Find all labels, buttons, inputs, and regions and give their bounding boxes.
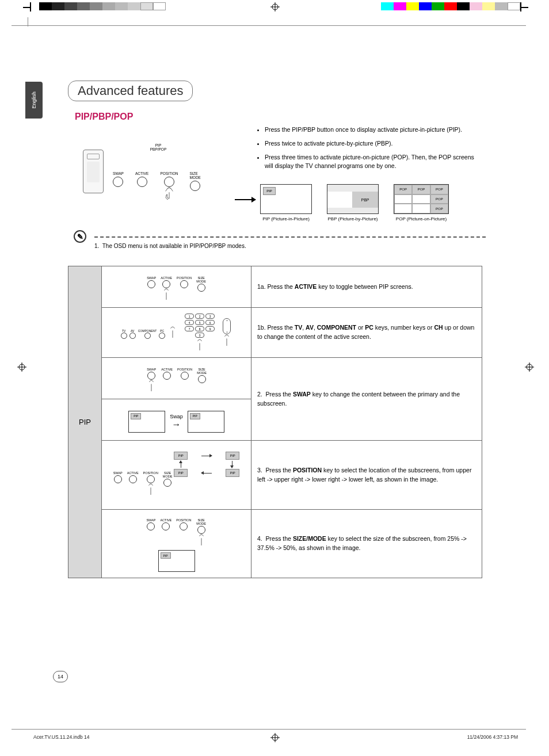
- pbp-mode-diagram: PBP PBP (Picture-by-Picture): [327, 184, 379, 222]
- registration-mark-icon: [525, 362, 534, 372]
- diagram-cell: SWAP ACTIVE POSITION SIZE MODE: [102, 358, 251, 399]
- step-4-text: 4. Press the SIZE/MODE key to select the…: [251, 510, 482, 578]
- arrow-icon: [235, 199, 256, 200]
- finger-press-icon: [161, 288, 171, 301]
- numpad-icon: 123 456 789: [185, 314, 215, 331]
- finger-press-icon: [146, 380, 157, 392]
- dashed-line: [94, 236, 486, 238]
- crop-line: [12, 25, 526, 26]
- pip-steps-table: PIP SWAP ACTIVE POSITION SIZE MODE 1a. P…: [68, 266, 482, 578]
- channel-rocker-icon: ⌃⌄: [223, 318, 231, 334]
- diagram-cell: SWAP ACTIVE POSITION SIZE MODE: [102, 266, 251, 308]
- sub-heading: PIP/PBP/POP: [75, 112, 482, 122]
- remote-diagram: PIP PBP/POP SWAP ACTIVE POSITION SIZE MO…: [68, 148, 241, 206]
- page-number: 14: [53, 671, 68, 682]
- pop-mode-diagram: POPPOPPOP POP POP POP (Picture-on-Pictur…: [394, 184, 449, 222]
- note-text: 1. The OSD menu is not available in PIP/…: [94, 243, 246, 249]
- table-row-header: PIP: [68, 266, 102, 578]
- finger-press-icon: [222, 334, 232, 347]
- diagram-cell: PIP Swap→ PIP: [102, 399, 251, 441]
- bullet-list: Press the PIP/PBP button once to display…: [265, 125, 482, 171]
- grayscale-strip: [39, 2, 166, 10]
- note-icon: ✎: [74, 230, 86, 243]
- finger-press-icon: [164, 187, 174, 200]
- crop-tick: [23, 7, 31, 8]
- remote-icon: [83, 150, 104, 193]
- crop-line: [28, 17, 28, 26]
- remote-button-row: SWAP ACTIVE POSITION SIZE MODE: [113, 171, 201, 200]
- step-1a-text: 1a. Press the ACTIVE key to toggle betwe…: [251, 266, 482, 308]
- language-label: English: [31, 91, 37, 109]
- step-2-text: 2. Press the SWAP key to change the cont…: [251, 358, 482, 441]
- finger-press-icon: [195, 339, 205, 352]
- diagram-cell: SWAP ACTIVE POSITION SIZE MODE PIPPIP PI…: [102, 441, 251, 510]
- finger-press-icon: [196, 534, 207, 547]
- position-cycle-diagram: PIPPIP PIPPIP: [174, 450, 239, 478]
- diagram-cell: SWAP ACTIVE POSITION SIZE MODE PIP: [102, 510, 251, 578]
- step-1b-text: 1b. Press the TV, AV, COMPONENT or PC ke…: [251, 308, 482, 358]
- mode-row: PIP PIP (Picture-in-Picture) PBP PBP (Pi…: [260, 184, 449, 222]
- crop-tick: [520, 7, 528, 8]
- swap-label: Swap: [170, 414, 183, 419]
- registration-mark-icon: [270, 733, 280, 742]
- position-button-icon: POSITION: [160, 171, 178, 200]
- intro-left: PIP PBP/POP SWAP ACTIVE POSITION SIZE MO…: [68, 125, 241, 206]
- bullet-item: Press the PIP/PBP button once to display…: [265, 125, 482, 135]
- pip-badge: PIP: [263, 187, 276, 195]
- finger-press-icon: [146, 483, 156, 496]
- arrow-right-icon: →: [171, 419, 181, 430]
- registration-mark-icon: [17, 362, 26, 372]
- diagram-cell: TV AV COMPONENT PC 123 456 789 0: [102, 308, 251, 358]
- printer-marks-top: [0, 2, 549, 16]
- footer-timestamp: 11/24/2006 4:37:13 PM: [467, 734, 518, 740]
- section-heading: Advanced features: [68, 81, 193, 101]
- pbp-badge: PBP: [352, 192, 378, 208]
- step-3-text: 3. Press the POSITION key to select the …: [251, 441, 482, 510]
- color-strip: [381, 2, 520, 10]
- registration-mark-icon: [270, 2, 280, 12]
- active-button-icon: ACTIVE: [135, 171, 148, 200]
- bullet-item: Press three times to activate picture-on…: [265, 153, 482, 171]
- mode-caption: POP (Picture-on-Picture): [396, 216, 447, 222]
- mode-caption: PIP (Picture-in-Picture): [262, 216, 310, 222]
- page: English Advanced features PIP/PBP/POP PI…: [0, 0, 549, 756]
- crop-line: [12, 729, 526, 730]
- finger-press-icon: [167, 326, 178, 339]
- size-mode-button-icon: SIZE MODE: [189, 171, 201, 200]
- pip-mode-diagram: PIP PIP (Picture-in-Picture): [260, 184, 312, 222]
- footer-filename: Acer.TV.US.11.24.indb 14: [33, 734, 90, 740]
- language-tab: English: [25, 82, 43, 119]
- bullet-item: Press twice to activate picture-by-pictu…: [265, 139, 482, 148]
- mode-caption: PBP (Picture-by-Picture): [328, 216, 378, 222]
- pip-pbp-pop-label: PIP PBP/POP: [150, 144, 167, 151]
- swap-button-icon: SWAP: [113, 171, 124, 200]
